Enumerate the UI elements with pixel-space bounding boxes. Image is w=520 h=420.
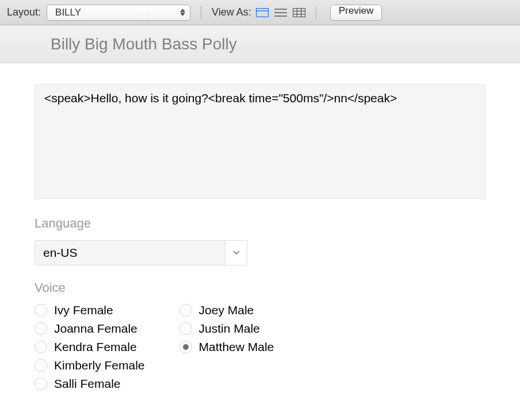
separator <box>201 6 201 20</box>
voice-option[interactable]: Justin Male <box>179 322 274 336</box>
radio-icon <box>179 322 192 335</box>
view-as-group: View As: <box>212 6 305 18</box>
radio-icon <box>35 304 47 317</box>
radio-icon <box>35 377 47 390</box>
voice-option-label: Joey Male <box>199 303 254 317</box>
voice-option[interactable]: Matthew Male <box>179 340 274 354</box>
title-bar: Billy Big Mouth Bass Polly <box>0 25 520 63</box>
preview-button-label: Preview <box>339 5 373 16</box>
page-title: Billy Big Mouth Bass Polly <box>51 35 237 53</box>
voice-option[interactable]: Joanna Female <box>35 322 145 336</box>
voice-option-label: Ivy Female <box>54 303 113 317</box>
preview-button[interactable]: Preview <box>330 5 382 21</box>
content-area: Language en-US Voice Ivy FemaleJoanna Fe… <box>0 63 520 391</box>
toolbar: Layout: BILLY View As: <box>0 0 520 25</box>
radio-icon <box>179 304 192 317</box>
radio-icon <box>35 341 47 353</box>
voice-option-label: Kimberly Female <box>54 359 145 372</box>
svg-rect-7 <box>293 8 305 17</box>
voice-option[interactable]: Kendra Female <box>35 340 145 354</box>
chevron-down-icon <box>225 241 247 265</box>
dropdown-arrows-icon <box>180 9 185 16</box>
voice-option-label: Matthew Male <box>199 340 274 354</box>
view-form-icon[interactable] <box>256 7 269 18</box>
view-as-label: View As: <box>212 6 251 18</box>
language-value: en-US <box>35 241 225 265</box>
voice-label: Voice <box>35 280 485 295</box>
svg-rect-2 <box>256 8 268 17</box>
voice-options: Ivy FemaleJoanna FemaleKendra FemaleKimb… <box>35 303 485 391</box>
voice-option-label: Justin Male <box>199 322 260 336</box>
radio-icon <box>35 322 47 335</box>
voice-option[interactable]: Salli Female <box>35 377 145 391</box>
voice-column-left: Ivy FemaleJoanna FemaleKendra FemaleKimb… <box>35 303 145 391</box>
voice-option-label: Joanna Female <box>54 322 137 336</box>
layout-value: BILLY <box>55 7 81 18</box>
voice-option-label: Salli Female <box>54 377 121 391</box>
voice-option-label: Kendra Female <box>54 340 137 354</box>
voice-option[interactable]: Ivy Female <box>35 303 145 317</box>
voice-column-right: Joey MaleJustin MaleMatthew Male <box>179 303 274 391</box>
voice-option[interactable]: Joey Male <box>179 303 274 317</box>
language-label: Language <box>35 216 485 231</box>
separator <box>316 6 316 20</box>
layout-dropdown[interactable]: BILLY <box>47 5 190 21</box>
svg-marker-0 <box>180 9 185 12</box>
language-dropdown[interactable]: en-US <box>35 240 247 265</box>
radio-icon <box>179 341 192 353</box>
ssml-input[interactable] <box>35 84 485 199</box>
radio-icon <box>35 359 47 372</box>
view-icons <box>256 7 305 18</box>
view-table-icon[interactable] <box>293 7 305 18</box>
layout-label: Layout: <box>7 6 41 18</box>
svg-marker-1 <box>180 13 185 16</box>
view-list-icon[interactable] <box>274 7 287 18</box>
voice-option[interactable]: Kimberly Female <box>35 359 145 372</box>
